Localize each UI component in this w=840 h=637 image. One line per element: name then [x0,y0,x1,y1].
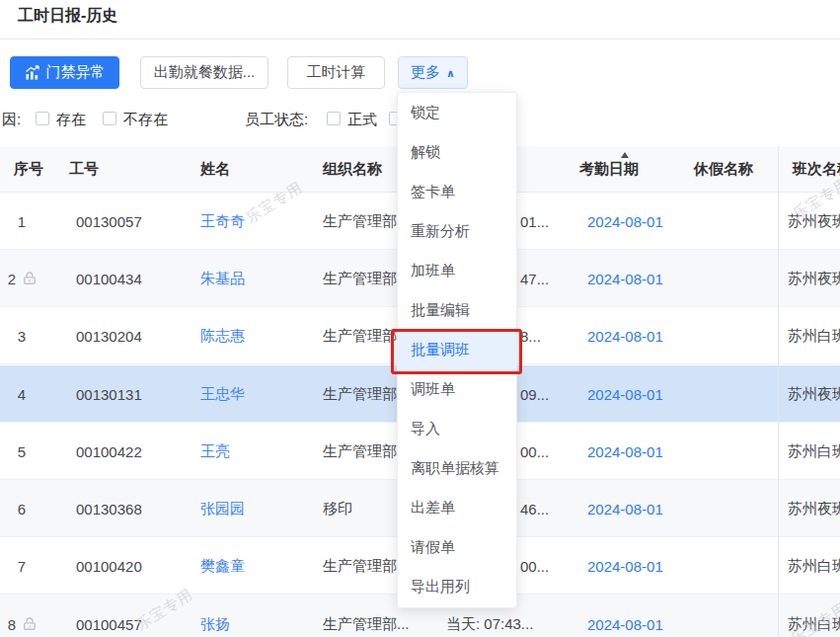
more-dropdown-menu: 锁定 解锁 签卡单 重新分析 加班单 批量编辑 批量调班 调班单 导入 离职单据… [397,92,517,608]
more-button-label: 更多 [411,63,440,82]
menu-item-overtime[interactable]: 加班单 [398,251,516,290]
row-punch-fragment: 当天: 07:43... [446,615,533,634]
checkbox-not-exist-label[interactable]: 不存在 [123,111,168,129]
row-date-link[interactable]: 2024-08-01 [587,616,663,633]
row-emp-id: 00100422 [76,442,142,459]
lock-icon [22,271,38,286]
row-emp-id: 00130057 [76,212,142,229]
row-seq: 7 [12,557,32,574]
row-shift: 苏州夜班 [788,211,840,230]
row-emp-id: 00130131 [76,385,142,402]
row-seq: 5 [12,442,32,459]
row-emp-id: 00100434 [76,270,142,286]
row-shift: 苏州白班 [788,441,840,460]
header-shift-name[interactable]: 班次名称 [793,160,840,179]
row-shift: 苏州夜班 [788,269,840,287]
row-shift: 苏州白班 [788,615,840,634]
header-emp-id[interactable]: 工号 [69,160,99,179]
lock-icon [22,616,38,632]
row-seq: 6 [12,500,32,517]
row-emp-id: 00100420 [76,557,142,574]
row-seq: 1 [12,212,32,229]
menu-item-unlock[interactable]: 解锁 [398,132,516,172]
menu-item-lock[interactable]: 锁定 [398,93,516,132]
row-name-link[interactable]: 张园园 [200,499,245,518]
door-abnormal-button[interactable]: 门禁异常 [10,56,119,89]
row-shift: 苏州夜班 [788,384,840,403]
row-name-link[interactable]: 樊鑫童 [200,556,245,575]
page-title: 工时日报-历史 [18,6,117,27]
row-date-link[interactable]: 2024-08-01 [587,500,663,517]
checkbox-exist-label[interactable]: 存在 [56,111,86,129]
title-divider [0,39,840,40]
row-org: 移印 [323,499,352,518]
row-name-link[interactable]: 王奇奇 [200,211,245,230]
row-date-link[interactable]: 2024-08-01 [587,385,663,402]
menu-item-batch-edit[interactable]: 批量编辑 [398,290,516,330]
header-seq[interactable]: 序号 [14,160,43,179]
checkbox-not-exist[interactable] [103,112,116,125]
menu-item-business-trip[interactable]: 出差单 [398,489,516,528]
row-date-link[interactable]: 2024-08-01 [587,442,663,459]
row-punch-fragment: 00... [520,557,549,574]
row-punch-fragment: 8... [520,327,541,344]
chevron-up-icon: ∧ [446,67,455,80]
status-filter-label: 员工状态: [245,111,308,129]
menu-item-import[interactable]: 导入 [398,410,516,449]
menu-item-export-columns[interactable]: 导出用列 [398,568,516,607]
fixed-column-divider [778,146,779,637]
door-abnormal-label: 门禁异常 [46,63,106,82]
menu-item-shift-change-form[interactable]: 调班单 [398,370,516,410]
row-shift: 苏州白班 [788,326,840,345]
row-name-link[interactable]: 王亮 [200,441,230,460]
attendance-meal-data-button[interactable]: 出勤就餐数据... [140,56,268,89]
row-shift: 苏州白班 [788,556,840,575]
row-date-link[interactable]: 2024-08-01 [587,327,663,344]
row-punch-fragment: 47... [520,270,549,286]
row-seq: 4 [12,385,32,402]
row-punch-fragment: 00... [520,442,549,459]
worktime-calc-button[interactable]: 工时计算 [287,56,385,89]
worktime-daily-report-page: 乐宝专用 乐宝专用 乐宝专用 乐宝专用 工时日报-历史 门禁异常 出勤就餐数据.… [0,0,840,637]
row-punch-fragment: 46... [520,500,549,517]
header-attendance-date[interactable]: 考勤日期 [579,160,639,179]
checkbox-exist[interactable] [36,112,49,125]
row-name-link[interactable]: 朱基品 [200,269,245,287]
row-punch-fragment: 01... [520,212,549,229]
row-punch-fragment: 09... [520,385,549,402]
header-leave-name[interactable]: 休假名称 [694,160,753,179]
checkbox-formal-label[interactable]: 正式 [347,111,377,129]
row-emp-id: 00100457 [76,616,142,633]
row-shift: 苏州夜班 [788,499,840,518]
menu-item-resignation-settlement[interactable]: 离职单据核算 [398,449,516,489]
bar-chart-icon [25,65,40,81]
row-seq: 3 [12,327,32,344]
row-name-link[interactable]: 张扬 [200,615,230,634]
checkbox-formal[interactable] [327,112,341,125]
menu-item-batch-shift-change[interactable]: 批量调班 [398,330,516,369]
more-button[interactable]: 更多 ∧ [398,56,468,89]
row-date-link[interactable]: 2024-08-01 [587,270,663,286]
row-date-link[interactable]: 2024-08-01 [587,212,663,229]
row-emp-id: 00130204 [76,327,142,344]
row-org: 生产管理部... [323,615,410,634]
row-name-link[interactable]: 王忠华 [200,384,245,403]
reason-filter-label: 因: [2,111,21,129]
row-seq: 8 [2,616,22,633]
sort-asc-icon[interactable] [621,152,629,158]
header-name[interactable]: 姓名 [200,160,230,179]
row-date-link[interactable]: 2024-08-01 [587,557,663,574]
row-seq: 2 [2,270,22,286]
menu-item-leave-request[interactable]: 请假单 [398,528,516,568]
row-name-link[interactable]: 陈志惠 [200,326,245,345]
row-emp-id: 00130368 [76,500,142,517]
menu-item-reanalyze[interactable]: 重新分析 [398,211,516,251]
header-org[interactable]: 组织名称 [323,160,382,179]
menu-item-sign-card[interactable]: 签卡单 [398,172,516,211]
